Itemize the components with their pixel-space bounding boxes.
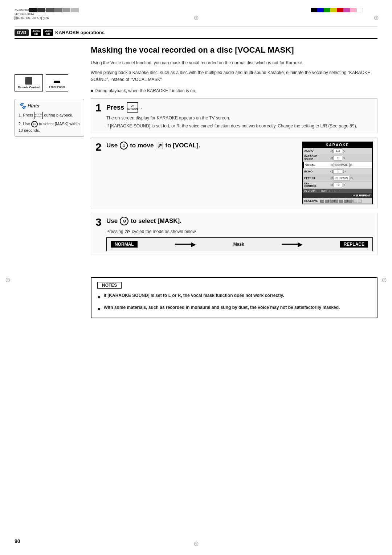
- hint-item-1: 1. Press VOCALREPLACE during playback.: [19, 112, 80, 119]
- circle-icon-step2: ⊙: [120, 142, 128, 150]
- step-3-content: Use ⊙ to select [MASK]. Pressing ≫ cycle…: [106, 217, 373, 251]
- step-1-label: Press ONSCREEN .: [106, 102, 373, 113]
- mode-mask: Mask: [233, 242, 244, 247]
- step-1: 1 Press ONSCREEN . The on-screen display…: [91, 98, 377, 133]
- right-col: Masking the vocal recorded on a disc [VO…: [91, 45, 377, 318]
- inline-note: ■ During playback, when the KARAOKE func…: [91, 88, 377, 93]
- swatch-bar-right: [311, 8, 363, 12]
- mode-replace: REPLACE: [340, 241, 368, 248]
- karaoke-row-key: KEYCONTROL ◁ +3 ▷: [303, 181, 372, 189]
- hints-header: 🐾 Hints: [19, 102, 80, 110]
- page-number: 90: [15, 538, 20, 544]
- step-3: 3 Use ⊙ to select [MASK]. Pressing ≫ cyc…: [91, 213, 377, 255]
- mode-arrow-1: ━━━━▶: [140, 240, 231, 248]
- vocal-replace-icon: VOCALREPLACE: [34, 112, 43, 119]
- remote-control-icon: ⬛ Remote Control: [15, 74, 43, 91]
- hint-item-2: 2. Use ⊙ to select [MASK] within 10 seco…: [19, 121, 80, 134]
- karaoke-row-sound: KARAOKESOUND ◁ 1 ▷: [303, 154, 372, 162]
- reg-mark-top-right: ⊕: [373, 14, 379, 22]
- hints-paw-icon: 🐾: [19, 102, 26, 110]
- section-header: DVD AudioCD VideoCD KARAOKE operations: [15, 29, 377, 39]
- reg-mark-left: ⊕: [5, 276, 11, 284]
- note-bullet-2: ●: [97, 305, 101, 313]
- two-col-layout: ⬛ Remote Control ▬ Front Panel 🐾 Hints 1…: [15, 45, 377, 318]
- device-icons: ⬛ Remote Control ▬ Front Panel: [15, 74, 84, 91]
- badge-audio: AudioCD: [31, 29, 41, 36]
- step-1-desc1: The on-screen display for KARAOKE appear…: [106, 115, 373, 121]
- step-1-desc2: If [KARAOKE SOUND] is set to L or R, the…: [106, 123, 373, 129]
- step-2-number: 2: [95, 142, 103, 152]
- pressing-icon: ≫: [124, 228, 131, 234]
- karaoke-row-audio: AUDIO ◁ 1/3 ▷: [303, 148, 372, 154]
- karaoke-row-vocal: VOCAL ◁ NORMAL ▷: [303, 162, 372, 168]
- page-title: Masking the vocal recorded on a disc [VO…: [91, 45, 377, 55]
- notes-title: NOTES: [97, 282, 122, 289]
- note-bullet-1: ●: [97, 293, 101, 301]
- step-1-content: Press ONSCREEN . The on-screen display f…: [106, 102, 373, 129]
- mode-normal: NORMAL: [111, 241, 138, 248]
- description-1: Using the Voice cancel function, you can…: [91, 60, 377, 66]
- note-item-1: ● If [KARAOKE SOUND] is set to L or R, t…: [97, 292, 371, 301]
- header-rule: [15, 26, 377, 26]
- main-content: DVD AudioCD VideoCD KARAOKE operations ⬛…: [15, 29, 377, 318]
- step-2: 2 Use ⊙ to move ↗ to [VOCAL].: [91, 138, 377, 208]
- karaoke-time-bar: 03 CHAP: - - - TMR: - : - - : - - -: [303, 189, 372, 193]
- badge-dvd: DVD: [15, 29, 29, 36]
- reg-mark-bottom: ⊕: [193, 540, 199, 548]
- badge-video: VideoCD: [43, 29, 53, 36]
- hints-box: 🐾 Hints 1. Press VOCALREPLACE during pla…: [15, 99, 84, 137]
- notes-box: NOTES ● If [KARAOKE SOUND] is set to L o…: [91, 277, 377, 318]
- karaoke-display-panel: KARAOKE AUDIO ◁ 1/3 ▷ KARAOKESOUND: [302, 142, 373, 204]
- circle-btn-icon: ⊙: [31, 121, 38, 127]
- circle-icon-step3: ⊙: [120, 217, 128, 225]
- move-arrow-icon: ↗: [156, 142, 163, 149]
- reg-mark-right: ⊕: [381, 276, 387, 284]
- model-info: XV-K505GD/XV-K503TN LET0143-001A [3U, 4U…: [15, 8, 49, 20]
- karaoke-row-effect: EFFECT ◁ CHORUS ▷: [303, 175, 372, 181]
- karaoke-panel-title: KARAOKE: [303, 142, 372, 148]
- onscreen-icon: ONSCREEN: [127, 102, 138, 113]
- karaoke-reserve-row: RESERVE: [303, 198, 372, 204]
- step-3-label: Use ⊙ to select [MASK].: [106, 217, 373, 225]
- description-2: When playing back a Karaoke disc, such a…: [91, 69, 377, 83]
- mode-flow-bar: NORMAL ━━━━▶ Mask ━━━━▶ REPLACE: [106, 237, 373, 251]
- step-3-desc: Pressing ≫ cycled the mode as shown belo…: [106, 228, 373, 234]
- mode-arrow-2: ━━━━▶: [246, 240, 338, 248]
- step-2-label: Use ⊙ to move ↗ to [VOCAL].: [106, 142, 298, 150]
- step-2-content: Use ⊙ to move ↗ to [VOCAL]. KARAOKE: [106, 142, 373, 204]
- karaoke-row-echo: ECHO ◁ 1 ▷: [303, 168, 372, 175]
- reg-mark-top: ⊕: [193, 14, 199, 22]
- step-1-number: 1: [95, 102, 103, 113]
- note-item-2: ● With some materials, such as recorded …: [97, 304, 371, 313]
- step-3-number: 3: [95, 217, 103, 228]
- section-title: KARAOKE operations: [55, 30, 105, 35]
- karaoke-ab-repeat: A-B REPEAT: [303, 193, 372, 198]
- front-panel-icon: ▬ Front Panel: [46, 74, 68, 91]
- left-col: ⬛ Remote Control ▬ Front Panel 🐾 Hints 1…: [15, 45, 91, 318]
